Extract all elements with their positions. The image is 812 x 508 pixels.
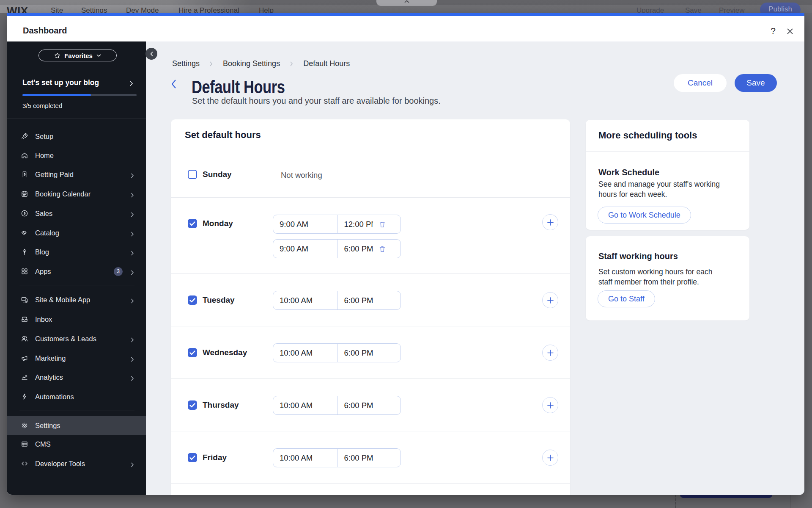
sidebar-item-label: Catalog (35, 229, 59, 237)
sidebar-item-catalog[interactable]: Catalog (7, 224, 146, 243)
chevron-right-icon[interactable] (130, 80, 133, 88)
back-button[interactable] (170, 79, 177, 91)
main-content: SettingsBooking SettingsDefault Hours De… (146, 41, 804, 495)
work-schedule-body: See and manage your staff's working hour… (598, 179, 723, 199)
topbar-item-hire-a-professional[interactable]: Hire a Professional (178, 6, 239, 13)
time-range: 10:00 AM 6:00 PM (273, 448, 401, 467)
start-time-input[interactable]: 10:00 AM (273, 449, 337, 467)
breadcrumb-separator-icon (290, 61, 293, 66)
day-row-thursday: Thursday 10:00 AM 6:00 PM (171, 378, 570, 431)
hours-card-title: Set default hours (171, 119, 570, 151)
staff-hours-body: Set custom working hours for each staff … (598, 267, 723, 287)
sidebar-item-blog[interactable]: Blog (7, 243, 146, 262)
end-time-input[interactable]: 6:00 PM (337, 344, 401, 362)
day-checkbox-friday[interactable] (188, 453, 197, 462)
sidebar-item-label: Analytics (35, 373, 63, 381)
screen: WIX SiteSettingsDev ModeHire a Professio… (0, 0, 812, 508)
sidebar-item-site-mobile-app[interactable]: Site & Mobile App (7, 290, 146, 309)
favorites-button[interactable]: Favorites (38, 50, 117, 61)
day-row-tuesday: Tuesday 10:00 AM 6:00 PM (171, 273, 570, 326)
sidebar-item-apps[interactable]: Apps3 (7, 262, 146, 281)
add-time-range-button[interactable] (542, 450, 558, 466)
cancel-button[interactable]: Cancel (674, 74, 727, 92)
sidebar-item-label: Apps (35, 268, 51, 276)
end-time-input[interactable]: 6:00 PM (337, 240, 401, 258)
sidebar-item-inbox[interactable]: Inbox (7, 310, 146, 329)
chevron-right-icon (131, 211, 134, 219)
sidebar-item-booking-calendar[interactable]: Booking Calendar (7, 185, 146, 204)
topbar-item-dev-mode[interactable]: Dev Mode (126, 6, 159, 13)
devices-icon (21, 296, 28, 304)
day-checkbox-sunday[interactable] (188, 170, 197, 179)
add-time-range-button[interactable] (542, 292, 558, 308)
delete-range-icon[interactable] (379, 246, 386, 255)
sidebar-item-marketing[interactable]: Marketing (7, 349, 146, 368)
help-icon[interactable]: ? (768, 26, 778, 36)
start-time-input[interactable]: 10:00 AM (273, 291, 337, 309)
topbar-item-settings[interactable]: Settings (81, 6, 107, 13)
save-button[interactable]: Save (735, 74, 777, 92)
apps-count-badge: 3 (114, 267, 123, 276)
start-time-input[interactable]: 10:00 AM (273, 396, 337, 414)
end-time-input[interactable]: 12:00 PM (337, 215, 401, 233)
sidebar-item-sales[interactable]: Sales (7, 204, 146, 223)
publish-button[interactable]: Publish (760, 3, 801, 13)
day-checkbox-tuesday[interactable] (188, 295, 197, 305)
sidebar-item-automations[interactable]: Automations (7, 387, 146, 406)
breadcrumb-item-settings[interactable]: Settings (172, 59, 200, 68)
start-time-input[interactable]: 10:00 AM (273, 344, 337, 362)
day-checkbox-thursday[interactable] (188, 400, 197, 410)
sidebar-collapse-button[interactable] (145, 48, 157, 60)
sidebar-item-home[interactable]: Home (7, 146, 146, 165)
topbar-item-site[interactable]: Site (51, 6, 63, 13)
tools-card-title: More scheduling tools (586, 120, 749, 152)
go-to-staff-button[interactable]: Go to Staff (598, 290, 655, 307)
go-to-work-schedule-button[interactable]: Go to Work Schedule (598, 207, 691, 224)
sidebar-item-settings[interactable]: Settings (7, 416, 146, 435)
day-row-wednesday: Wednesday 10:00 AM 6:00 PM (171, 326, 570, 378)
sidebar-item-label: Inbox (35, 315, 52, 323)
start-time-input[interactable]: 9:00 AM (273, 215, 337, 233)
sidebar-item-cms[interactable]: CMS (7, 435, 146, 454)
day-label: Friday (203, 453, 227, 462)
scheduling-tools-card: More scheduling tools Work Schedule See … (586, 120, 749, 230)
chevron-right-icon (131, 337, 134, 344)
setup-card-title[interactable]: Let's set up your blog (22, 78, 99, 87)
breadcrumb: SettingsBooking SettingsDefault Hours (172, 59, 350, 68)
end-time-input[interactable]: 6:00 PM (337, 291, 401, 309)
day-checkbox-wednesday[interactable] (188, 348, 197, 357)
day-label: Tuesday (203, 295, 235, 305)
close-icon[interactable] (786, 28, 795, 36)
topbar-action-upgrade[interactable]: Upgrade (636, 6, 664, 13)
end-time-input[interactable]: 6:00 PM (337, 396, 401, 414)
sidebar: Favorites Let's set up your blog 3/5 com… (7, 41, 146, 495)
add-time-range-button[interactable] (542, 397, 558, 413)
topbar-item-help[interactable]: Help (259, 6, 274, 13)
sidebar-item-analytics[interactable]: Analytics (7, 368, 146, 387)
sidebar-item-developer-tools[interactable]: Developer Tools (7, 454, 146, 473)
delete-range-icon[interactable] (379, 221, 386, 230)
sidebar-item-setup[interactable]: Setup (7, 127, 146, 146)
bolt-icon (21, 393, 28, 400)
start-time-input[interactable]: 9:00 AM (273, 240, 337, 258)
breadcrumb-item-booking-settings[interactable]: Booking Settings (223, 59, 280, 68)
doc-dollar-icon (21, 171, 28, 178)
end-time-input[interactable]: 6:00 PM (337, 449, 401, 467)
sidebar-item-getting-paid[interactable]: Getting Paid (7, 165, 146, 184)
day-checkbox-monday[interactable] (188, 219, 197, 228)
sidebar-item-label: Sales (35, 210, 52, 218)
chart-icon (21, 373, 28, 381)
add-time-range-button[interactable] (542, 345, 558, 361)
page-title: Default Hours (192, 77, 285, 97)
add-time-range-button[interactable] (542, 214, 558, 230)
chevron-right-icon (131, 269, 134, 277)
chevron-right-icon (131, 231, 134, 238)
topbar-action-save[interactable]: Save (685, 6, 702, 13)
chevron-left-icon (150, 51, 154, 57)
topbar-action-preview[interactable]: Preview (719, 6, 744, 13)
dimmed-dashed-line (675, 495, 676, 508)
sidebar-item-customers-leads[interactable]: Customers & Leads (7, 329, 146, 348)
wix-logo: WIX (7, 5, 28, 13)
breadcrumb-item-default-hours[interactable]: Default Hours (303, 59, 350, 68)
sidebar-item-label: Home (35, 152, 54, 160)
